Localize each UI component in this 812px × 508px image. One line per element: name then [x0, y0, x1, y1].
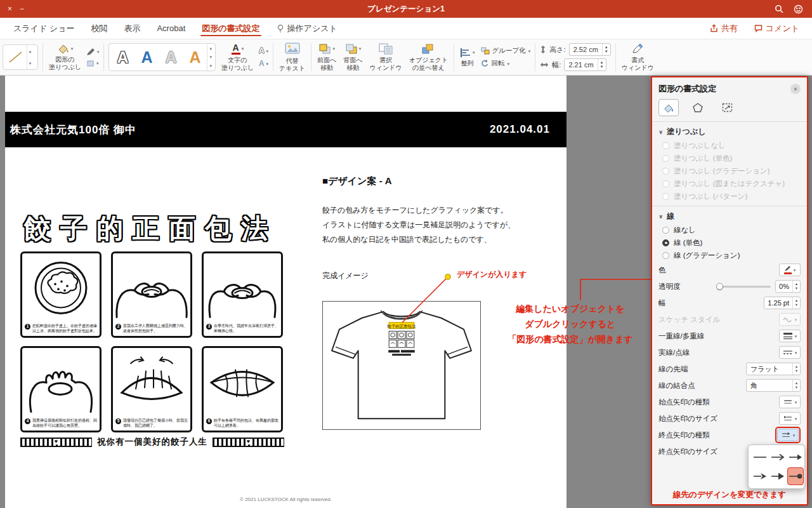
begin-arrow-size-dropdown[interactable]: ▾ [779, 412, 801, 425]
bring-forward-button[interactable]: ▾ 前面へ移動 [316, 43, 337, 72]
hands-illustration [204, 253, 281, 323]
tab-tell-me-label: 操作アシスト [287, 23, 337, 34]
arrow-end-option-arrow[interactable] [769, 467, 786, 485]
shape-fill-button[interactable]: ▾ 図形の塗りつぶし [48, 43, 82, 71]
line-width-stepper[interactable]: 1.25 pt▲▼ [764, 297, 801, 309]
text-fill-button[interactable]: A ▾ 文字の塗りつぶし [220, 43, 255, 72]
fill-option-picture-texture[interactable]: 塗りつぶし (図またはテクスチャ) [652, 177, 807, 190]
slide-banner[interactable]: 株式会社元気100倍 御中 2021.04.01 [5, 112, 566, 147]
line-option-none[interactable]: 線なし [652, 224, 807, 236]
line-color-label: 色 [658, 265, 666, 275]
selection-pane-button[interactable]: 選択ウィンドウ [369, 43, 403, 72]
tab-tell-me[interactable]: 操作アシスト [268, 18, 346, 39]
poster-step-4[interactable]: 4我覺得這個過程類似於打坐的過程、因為做餃子可以讓我心無旁騖。 [20, 346, 102, 432]
line-color-picker[interactable]: ▾ [779, 264, 801, 276]
line-cap-select[interactable]: フラット▲▼ [746, 363, 801, 375]
poster-title[interactable]: 餃子的正面包法 [24, 211, 277, 246]
selection-pane-icon [379, 43, 393, 55]
finished-image-label[interactable]: 完成イメージ [322, 271, 369, 281]
wordart-gallery-scroll[interactable]: ▴▾▾ [207, 44, 214, 70]
tshirt-illustration[interactable]: 餃子的正面包法 [322, 301, 481, 430]
wordart-gallery[interactable]: A A A A ▴▾▾ [108, 43, 216, 71]
comments-button[interactable]: コメント [749, 21, 804, 36]
height-stepper[interactable]: 2.52 cm ▲▼ [569, 43, 611, 56]
slide-canvas[interactable]: 株式会社元気100倍 御中 2021.04.01 餃子的正面包法 1把餡料放在餃… [5, 75, 566, 508]
reorder-objects-button[interactable]: オブジェクトの並べ替え [408, 43, 449, 72]
wordart-style-orange[interactable]: A [183, 48, 207, 67]
send-backward-button[interactable]: ▾ 背面へ移動 [342, 43, 363, 72]
tab-shape-format[interactable]: 図形の書式設定 [193, 18, 268, 39]
shapes-gallery[interactable]: ▴▾ [3, 44, 38, 70]
line-join-select[interactable]: 角▲▼ [746, 379, 801, 392]
compound-line-dropdown[interactable]: ▾ [779, 330, 801, 342]
section-line[interactable]: ∨線 [652, 206, 807, 224]
size-group: 高さ: 2.52 cm ▲▼ 幅: 2.21 cm ▲▼ [540, 43, 610, 71]
search-icon[interactable] [775, 4, 783, 13]
arrow-end-option-oval[interactable] [787, 467, 804, 485]
format-shape-pane: 図形の書式設定 × ∨塗りつぶし 塗りつぶしなし 塗りつぶし (単色) 塗りつぶ… [651, 76, 808, 505]
section-fill[interactable]: ∨塗りつぶし [652, 122, 807, 139]
transparency-slider[interactable] [717, 286, 771, 288]
tab-view[interactable]: 表示 [115, 18, 148, 39]
pane-close-icon[interactable]: × [790, 84, 801, 94]
share-icon [710, 24, 718, 32]
fill-option-solid[interactable]: 塗りつぶし (単色) [652, 152, 807, 164]
shape-effects-button[interactable]: ▾ [86, 60, 100, 67]
feedback-smiley-icon[interactable] [794, 4, 803, 14]
poster-step-1[interactable]: 1把餡料放在餃子皮上。在餃子皮的邊緣沾上水、將兩側的餃子皮對折包起來。 [20, 251, 102, 338]
end-arrow-type-dropdown[interactable]: ▾ [777, 429, 799, 441]
wordart-style-gray[interactable]: A [159, 48, 183, 67]
design-callout-text[interactable]: デザインが入ります [457, 269, 527, 280]
width-stepper[interactable]: 2.21 cm ▲▼ [564, 58, 606, 71]
window-minimize-icon[interactable]: − [20, 4, 24, 13]
shapes-gallery-scroll[interactable]: ▴▾ [27, 45, 34, 69]
pane-tab-size-properties[interactable] [717, 99, 737, 116]
tab-slideshow[interactable]: スライド ショー [5, 18, 82, 39]
rotate-button[interactable]: 回転▾ [481, 59, 531, 68]
arrow-end-option-open[interactable] [769, 448, 786, 466]
annotation-instruction: 編集したいオブジェクトを ダブルクリックすると 「図形の書式設定」が開きます [492, 301, 649, 347]
powerpoint-window: × − プレゼンテーション1 スライド ショー 校閲 表示 Acrobat 図形… [0, 0, 812, 508]
sketch-style-dropdown[interactable]: ▾ [779, 313, 801, 326]
text-effects-button[interactable]: A▾ [259, 59, 268, 68]
fill-option-gradient[interactable]: 塗りつぶし (グラデーション) [652, 164, 807, 177]
window-close-icon[interactable]: × [8, 4, 12, 13]
tab-review[interactable]: 校閲 [82, 18, 115, 39]
poster-step-3[interactable]: 3在學生時代、我經常在深夜打掃房子、來轉換心情。 [202, 251, 283, 338]
tab-acrobat[interactable]: Acrobat [148, 18, 193, 39]
dash-line-dropdown[interactable]: ▾ [779, 346, 801, 359]
align-button[interactable]: ▾ 整列 [459, 48, 476, 67]
shape-outline-button[interactable]: ▾ [86, 48, 100, 56]
pane-tab-fill-line[interactable] [658, 99, 679, 116]
design-heading[interactable]: ■デザイン案 - A [322, 175, 392, 187]
meander-border-right: ♥ [213, 438, 284, 447]
window-controls[interactable]: × − [8, 4, 24, 13]
share-button[interactable]: 共有 [705, 21, 743, 36]
transparency-label: 透明度 [658, 282, 681, 291]
line-option-solid[interactable]: 線 (単色) [652, 236, 807, 249]
format-pane-button[interactable]: 書式ウィンドウ [620, 43, 655, 72]
begin-arrow-type-dropdown[interactable]: ▾ [779, 396, 801, 408]
arrowhead-flyout [748, 444, 805, 489]
poster-step-2[interactable]: 2當我在工作人際關係上感受到壓力時、就會突然想包餃子。 [111, 251, 192, 338]
arrow-end-option-triangle[interactable] [787, 448, 804, 466]
text-fill-icon: A [232, 43, 240, 55]
fill-option-none[interactable]: 塗りつぶしなし [652, 139, 807, 152]
pane-tab-effects[interactable] [688, 99, 708, 116]
arrow-end-option-stealth[interactable] [752, 467, 768, 485]
alt-text-button[interactable]: 代替テキスト [278, 43, 306, 72]
line-cap-label: 線の先端 [658, 364, 688, 374]
transparency-slider-knob[interactable] [716, 283, 723, 290]
transparency-stepper[interactable]: 0%▲▼ [775, 280, 801, 293]
poster-step-6[interactable]: 6餃子有各種不同的包法、有興趣的朋友可以上網查看。 [202, 346, 283, 432]
text-outline-button[interactable]: A▾ [259, 46, 268, 55]
wordart-style-outline[interactable]: A [110, 48, 134, 67]
poster-step-5[interactable]: 5我發現自己已經包了幾個小時、當我完成時、我已經睏了。 [111, 346, 192, 432]
fill-option-pattern[interactable]: 塗りつぶし (パターン) [652, 190, 807, 203]
group-button[interactable]: グループ化▾ [481, 46, 531, 55]
arrow-end-option-none[interactable] [752, 448, 768, 466]
end-arrow-type-label: 終点矢印の種類 [658, 431, 710, 440]
wordart-style-blue[interactable]: A [134, 48, 159, 67]
line-option-gradient[interactable]: 線 (グラデーション) [652, 249, 807, 262]
design-body[interactable]: 餃子の包み方をモチーフにしたグラフィック案です。 イラストに付随する文章は一見補… [322, 203, 515, 246]
